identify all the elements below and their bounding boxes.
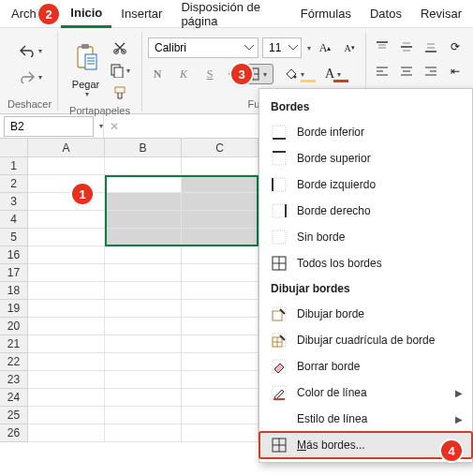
menu-item-border-left[interactable]: Borde izquierdo [259, 171, 472, 198]
redo-button[interactable]: ▾ [14, 66, 46, 88]
menu-item-border-none[interactable]: Sin borde [259, 224, 472, 250]
cell[interactable] [28, 211, 105, 229]
paste-button[interactable] [68, 36, 104, 79]
font-name-select[interactable] [148, 37, 259, 58]
cell[interactable] [182, 318, 259, 335]
format-painter-button[interactable] [108, 82, 132, 103]
row-header[interactable]: 23 [0, 371, 28, 389]
row-header[interactable]: 22 [0, 353, 28, 371]
cell[interactable] [105, 371, 182, 389]
cell[interactable] [105, 335, 182, 353]
tab-inicio[interactable]: Inicio [61, 0, 111, 28]
align-right-button[interactable] [421, 62, 441, 81]
cell[interactable] [28, 318, 105, 335]
bold-button[interactable]: N [148, 65, 167, 83]
tab-datos[interactable]: Datos [361, 1, 411, 26]
cell[interactable] [28, 193, 105, 211]
undo-button[interactable]: ▾ [14, 39, 46, 62]
cell[interactable] [28, 282, 105, 300]
cell[interactable] [28, 157, 105, 175]
cell[interactable] [105, 175, 182, 193]
cell[interactable] [182, 264, 259, 282]
cell[interactable] [28, 371, 105, 389]
menu-item-[interactable]: Estilo de línea▶ [259, 406, 472, 432]
indent-button[interactable]: ⇤ [445, 62, 466, 81]
cell[interactable] [105, 246, 182, 264]
select-all-corner[interactable] [0, 139, 28, 157]
cell[interactable] [182, 157, 259, 175]
cell[interactable] [28, 175, 105, 193]
increase-font-button[interactable]: A▴ [315, 38, 335, 57]
cell[interactable] [182, 300, 259, 318]
cell[interactable] [105, 193, 182, 211]
cell[interactable] [28, 335, 105, 353]
orientation-button[interactable]: ⟳ [445, 37, 466, 56]
copy-button[interactable]: ▾ [108, 60, 132, 81]
cell[interactable] [28, 300, 105, 318]
cell[interactable] [28, 353, 105, 371]
cell[interactable] [182, 371, 259, 389]
col-header[interactable]: A [28, 139, 105, 157]
row-header[interactable]: 16 [0, 246, 28, 264]
cell[interactable] [105, 157, 182, 175]
name-box[interactable] [4, 116, 94, 137]
cell[interactable] [182, 335, 259, 353]
cell[interactable] [28, 424, 105, 442]
menu-item-more-borders[interactable]: Más bordes... [259, 432, 472, 442]
menu-item-pencil-border[interactable]: Dibujar borde [259, 301, 472, 327]
underline-button[interactable]: S [200, 65, 219, 83]
row-header[interactable]: 24 [0, 389, 28, 407]
tab-formulas[interactable]: Fórmulas [291, 1, 361, 26]
menu-item-border-all[interactable]: Todos los bordes [259, 250, 472, 276]
menu-item-border-bottom[interactable]: Borde inferior [259, 119, 472, 145]
align-top-button[interactable] [372, 37, 392, 56]
menu-item-border-right[interactable]: Borde derecho [259, 198, 472, 224]
row-header[interactable]: 26 [0, 424, 28, 442]
cell[interactable] [28, 264, 105, 282]
cell[interactable] [182, 229, 259, 246]
cell[interactable] [182, 211, 259, 229]
align-middle-button[interactable] [396, 37, 417, 56]
font-size-select[interactable] [262, 37, 302, 58]
cell[interactable] [182, 246, 259, 264]
cut-button[interactable] [108, 37, 132, 58]
paste-dropdown-icon[interactable]: ▾ [85, 90, 89, 98]
cell[interactable] [105, 407, 182, 424]
menu-item-pencil-grid[interactable]: Dibujar cuadrícula de borde [259, 327, 472, 353]
align-left-button[interactable] [372, 62, 392, 81]
decrease-font-button[interactable]: A▾ [339, 38, 360, 57]
cancel-formula-icon[interactable]: ✕ [110, 120, 119, 133]
cell[interactable] [28, 389, 105, 407]
col-header[interactable]: C [182, 139, 259, 157]
row-header[interactable]: 17 [0, 264, 28, 282]
align-bottom-button[interactable] [421, 37, 441, 56]
row-header[interactable]: 21 [0, 335, 28, 353]
row-header[interactable]: 18 [0, 282, 28, 300]
cell[interactable] [182, 282, 259, 300]
cell[interactable] [105, 211, 182, 229]
cell[interactable] [28, 246, 105, 264]
cell[interactable] [182, 175, 259, 193]
cell[interactable] [105, 424, 182, 442]
col-header[interactable]: B [105, 139, 182, 157]
menu-item-eraser[interactable]: Borrar borde [259, 353, 472, 379]
cell[interactable] [28, 229, 105, 246]
cell[interactable] [105, 318, 182, 335]
italic-button[interactable]: K [174, 65, 193, 83]
cell[interactable] [182, 424, 259, 442]
cell[interactable] [105, 300, 182, 318]
row-header[interactable]: 25 [0, 407, 28, 424]
cell[interactable] [182, 407, 259, 424]
row-header[interactable]: 4 [0, 211, 28, 229]
cell[interactable] [105, 229, 182, 246]
cell[interactable] [182, 193, 259, 211]
menu-item-border-top[interactable]: Borde superior [259, 145, 472, 171]
cell[interactable] [28, 407, 105, 424]
row-header[interactable]: 1 [0, 157, 28, 175]
row-header[interactable]: 5 [0, 229, 28, 246]
align-center-button[interactable] [396, 62, 417, 81]
cell[interactable] [182, 353, 259, 371]
cell[interactable] [105, 264, 182, 282]
row-header[interactable]: 3 [0, 193, 28, 211]
cell[interactable] [105, 389, 182, 407]
